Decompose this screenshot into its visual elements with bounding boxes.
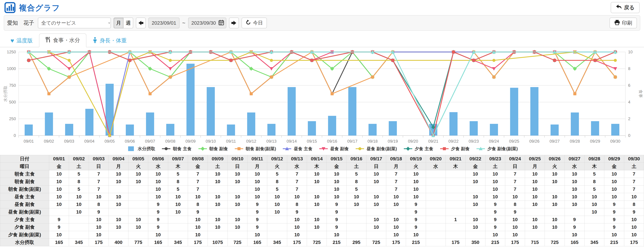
legend-item[interactable]: 昼食 副食(副菜) [355, 146, 397, 152]
table-cell: 9 [485, 216, 505, 224]
calendar-icon[interactable] [218, 20, 224, 26]
service-select[interactable]: 全てのサービス [38, 17, 111, 28]
table-cell [108, 231, 128, 239]
table-cell: 10 [366, 224, 386, 231]
table-cell: 10 [386, 216, 406, 224]
svg-text:09/12: 09/12 [246, 139, 256, 143]
date-from-input[interactable] [151, 20, 177, 26]
legend-label: 昼食 副食 [330, 146, 349, 152]
next-period-button[interactable] [229, 17, 239, 28]
table-cell: 9 [604, 216, 624, 224]
table-cell: 9 [247, 224, 267, 231]
legend-item[interactable]: 夕食 主食 [403, 146, 434, 152]
table-cell [446, 170, 465, 178]
svg-text:09/29: 09/29 [590, 139, 600, 143]
table-cell: 10 [525, 186, 545, 193]
table-cell [446, 193, 465, 201]
legend-item[interactable]: 朝食 副食(副菜) [234, 146, 276, 152]
svg-text:09/18: 09/18 [368, 139, 378, 143]
table-cell: 725 [366, 239, 386, 246]
table-cell: 10 [346, 193, 366, 201]
print-button[interactable]: 印刷 [610, 17, 637, 28]
table-cell [128, 193, 148, 201]
patient-name: 愛知 花子 [7, 19, 34, 27]
table-cell: 7 [505, 186, 525, 193]
legend-item[interactable]: 夕食 副食(副菜) [476, 146, 518, 152]
table-cell: 8 [505, 201, 525, 208]
legend-item[interactable]: 昼食 副食 [318, 146, 349, 152]
svg-text:09/14: 09/14 [286, 139, 297, 143]
table-cell [366, 208, 386, 216]
table-cell: 7 [89, 170, 108, 178]
legend-item[interactable]: 朝食 主食 [161, 146, 192, 152]
svg-text:4: 4 [628, 100, 630, 104]
table-cell: 10 [287, 231, 307, 239]
table-cell: 9 [406, 208, 426, 216]
person-icon [93, 37, 97, 44]
month-toggle-button[interactable]: 月 [114, 17, 124, 28]
table-cell [426, 193, 446, 201]
table-cell: 9 [327, 216, 346, 224]
chart-axis-labels: 025050075010001250024681009/0109/0209/03… [3, 50, 643, 143]
table-cell: 09/22 [466, 155, 485, 163]
legend-item[interactable]: 夕食 副食 [440, 146, 470, 152]
table-row: 昼食 副食(副菜)1099109910999991099 [0, 208, 644, 216]
table-cell: 10 [386, 231, 406, 239]
week-toggle-button[interactable]: 週 [124, 17, 133, 28]
svg-text:09/22: 09/22 [448, 139, 458, 143]
table-cell: 215 [327, 239, 346, 246]
table-cell: 10 [128, 224, 148, 231]
table-row: 夕食 主食91010109101010910109101091109101010… [0, 216, 644, 224]
table-cell: 8 [168, 178, 188, 186]
table-cell [446, 186, 465, 193]
table-cell: 5 [267, 186, 287, 193]
table-cell: 10 [49, 170, 69, 178]
table-cell: 10 [366, 193, 386, 201]
table-cell: 10 [108, 193, 128, 201]
table-cell: 8 [188, 201, 208, 208]
row-label: 夕食 主食 [0, 216, 49, 224]
table-cell: 10 [188, 216, 208, 224]
svg-text:09/21: 09/21 [428, 139, 438, 143]
table-cell: 9 [604, 208, 624, 216]
brand: 複合グラフ [4, 2, 60, 14]
tab-meal-water[interactable]: 食事・水分 [39, 33, 86, 47]
table-row: 日付09/0109/0209/0309/0409/0509/0609/0709/… [0, 155, 644, 163]
table-cell: 10 [128, 178, 148, 186]
table-cell [307, 208, 326, 216]
table-cell: 09/15 [327, 155, 346, 163]
table-cell: 火 [545, 163, 564, 170]
table-cell: 9 [406, 224, 426, 231]
table-cell: 7 [287, 170, 307, 178]
table-cell: 水 [148, 163, 168, 170]
table-cell: 10 [267, 193, 287, 201]
svg-text:250: 250 [9, 116, 16, 121]
today-button[interactable]: 今日 [242, 17, 267, 28]
svg-text:09/16: 09/16 [327, 139, 337, 143]
bar-chart-logo-icon [4, 2, 16, 14]
table-cell: 5 [346, 170, 366, 178]
table-cell: 10 [525, 216, 545, 224]
table-cell: 5 [584, 170, 604, 178]
legend-item[interactable]: 昼食 主食 [282, 146, 312, 152]
table-cell: 175 [287, 239, 307, 246]
legend-item[interactable]: 水分摂取 [126, 146, 155, 152]
back-button[interactable]: 戻る [611, 2, 640, 13]
tab-height-weight[interactable]: 身長・体重 [86, 34, 133, 47]
table-cell: 10 [247, 231, 267, 239]
legend-label: 朝食 副食(副菜) [246, 146, 276, 152]
table-cell: 10 [604, 193, 624, 201]
table-cell: 10 [307, 216, 326, 224]
table-cell [69, 224, 89, 231]
legend-item[interactable]: 朝食 副食 [198, 146, 228, 152]
table-cell: 10 [485, 178, 505, 186]
prev-period-button[interactable] [136, 17, 146, 28]
svg-text:09/26: 09/26 [529, 139, 539, 143]
tab-temperature[interactable]: ♥ 温度版 [4, 34, 39, 47]
table-cell [386, 208, 406, 216]
legend-label: 夕食 副食(副菜) [487, 146, 518, 152]
table-cell: 10 [366, 178, 386, 186]
table-row: 水分摂取165345175400775165345175107572516534… [0, 239, 644, 246]
table-cell: 10 [49, 231, 69, 239]
date-to-input[interactable] [190, 20, 217, 26]
